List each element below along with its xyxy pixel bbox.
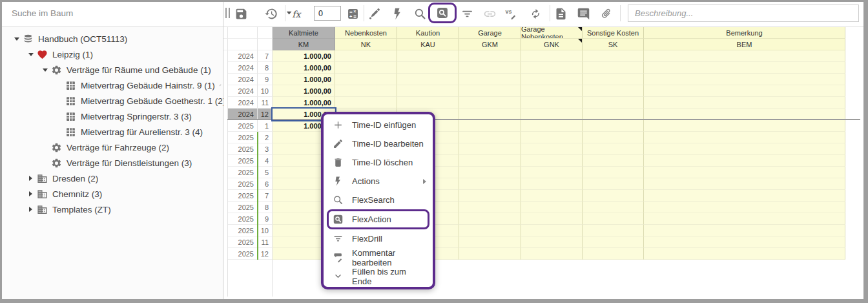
column-header-km[interactable]: Kaltmiete <box>273 27 335 39</box>
grid-cell[interactable] <box>521 155 583 167</box>
column-header-kau[interactable]: KAU <box>397 39 459 50</box>
grid-cell[interactable] <box>644 85 845 97</box>
grid-cell[interactable] <box>644 190 845 202</box>
menu-item-kommentar-bearbeiten[interactable]: Kommentar bearbeiten <box>324 248 433 267</box>
grid-cell[interactable] <box>521 50 583 62</box>
column-header-bem[interactable]: BEM <box>644 39 845 50</box>
grid-cell[interactable] <box>521 178 583 190</box>
column-header-gkm[interactable]: Garage <box>459 27 521 39</box>
grid-cell[interactable] <box>583 178 644 190</box>
grid-cell[interactable] <box>397 50 459 62</box>
grid-cell[interactable] <box>644 143 845 155</box>
grid-cell[interactable] <box>397 74 459 85</box>
row-header-month[interactable]: 11 <box>258 236 273 248</box>
formula-dropdown[interactable]: fx <box>287 6 303 21</box>
grid-cell[interactable] <box>521 213 583 225</box>
grid-cell[interactable] <box>521 74 583 85</box>
grid-cell[interactable] <box>397 62 459 74</box>
row-header-month[interactable]: 4 <box>258 155 273 167</box>
grid-cell[interactable] <box>459 50 521 62</box>
row-header-year[interactable]: 2025 <box>228 143 258 155</box>
grid-cell[interactable] <box>459 178 521 190</box>
column-header-kau[interactable]: Kaution <box>397 27 459 39</box>
menu-item-time-id-l-schen[interactable]: Time-ID löschen <box>324 153 433 172</box>
tree-item-7[interactable]: Mietvertrag für Aurelienstr. 3 (4) <box>0 124 222 140</box>
grid-cell[interactable] <box>335 62 397 74</box>
actions-button[interactable] <box>389 6 405 21</box>
column-header-sk[interactable]: Sonstige Kosten <box>583 27 644 39</box>
row-header-month[interactable]: 10 <box>258 85 273 97</box>
tree-item-4[interactable]: Mietvertrag Gebäude Hainstr. 9 (1) <box>0 78 222 93</box>
grid-cell[interactable] <box>583 97 644 109</box>
grid-cell[interactable] <box>583 190 644 202</box>
tree-item-9[interactable]: Verträge für Dienstleistungen (3) <box>0 155 222 171</box>
row-header-year[interactable]: 2025 <box>228 132 258 143</box>
grid-cell[interactable] <box>521 236 583 248</box>
document-button[interactable] <box>553 6 568 21</box>
grid-cell[interactable] <box>583 225 644 236</box>
menu-item-time-id-einf-gen[interactable]: Time-ID einfügen <box>324 116 433 134</box>
grid-cell[interactable] <box>335 85 397 97</box>
row-header-month[interactable]: 1 <box>258 120 273 132</box>
grid-cell[interactable] <box>459 62 521 74</box>
row-header-year[interactable]: 2025 <box>228 202 258 213</box>
grid-cell[interactable] <box>521 202 583 213</box>
row-header-year[interactable]: 2025 <box>228 178 258 190</box>
menu-item-f-llen-bis-zum-ende[interactable]: Füllen bis zum Ende <box>324 267 433 286</box>
tree-search-input[interactable] <box>10 8 207 19</box>
chevron-collapsed-icon[interactable] <box>26 191 36 196</box>
grid-cell[interactable] <box>521 85 583 97</box>
row-header-month[interactable]: 11 <box>258 97 273 109</box>
grid-cell[interactable] <box>459 85 521 97</box>
history-button[interactable] <box>263 6 278 21</box>
grid-cell[interactable] <box>521 143 583 155</box>
row-header-month[interactable]: 7 <box>258 50 273 62</box>
grid-cell[interactable] <box>644 155 845 167</box>
flexsearch-button[interactable] <box>412 6 428 21</box>
grid-cell[interactable] <box>459 190 521 202</box>
grid-cell[interactable] <box>583 85 644 97</box>
row-header-month[interactable]: 9 <box>258 74 273 85</box>
row-header-month[interactable]: 2 <box>258 132 273 143</box>
row-header-year[interactable]: 2025 <box>228 213 258 225</box>
grid-cell[interactable] <box>644 202 845 213</box>
grid-cell[interactable] <box>459 236 521 248</box>
tree-item-11[interactable]: Chemnitz (3) <box>0 186 222 202</box>
row-header-year[interactable]: 2024 <box>228 85 258 97</box>
column-header-bem[interactable]: Bemerkung <box>644 27 845 39</box>
grid-cell[interactable] <box>521 225 583 236</box>
column-header-gkm[interactable]: GKM <box>459 39 521 50</box>
grid-cell[interactable] <box>335 74 397 85</box>
column-header-gnk[interactable]: GNK <box>521 39 583 50</box>
row-header-month[interactable]: 8 <box>258 202 273 213</box>
column-header-sk[interactable]: SK <box>583 39 644 50</box>
tree-item-10[interactable]: Dresden (2) <box>0 171 222 186</box>
chevron-expanded-icon[interactable] <box>26 53 36 56</box>
grid-cell[interactable] <box>335 97 397 109</box>
grid-cell[interactable] <box>397 85 459 97</box>
grid-cell[interactable] <box>521 190 583 202</box>
grid-cell[interactable] <box>521 132 583 143</box>
column-header-gnk[interactable]: Garage Nebenkosten <box>521 27 583 39</box>
flexaction-button[interactable] <box>428 3 457 23</box>
grid-cell[interactable] <box>459 213 521 225</box>
link-button[interactable] <box>482 6 497 21</box>
grid-cell[interactable] <box>644 236 845 248</box>
row-header-year[interactable]: 2024 <box>228 74 258 85</box>
row-header-month[interactable]: 3 <box>258 143 273 155</box>
grid-cell[interactable] <box>644 213 845 225</box>
row-header-year[interactable]: 2025 <box>228 155 258 167</box>
row-header-year[interactable]: 2025 <box>228 225 258 236</box>
grid-cell[interactable] <box>521 97 583 109</box>
row-header-month[interactable]: 6 <box>258 178 273 190</box>
grid-cell[interactable] <box>583 143 644 155</box>
row-header-month[interactable]: 5 <box>258 167 273 178</box>
grid-cell[interactable]: 1.000,00 <box>273 62 335 74</box>
grid-cell[interactable] <box>459 202 521 213</box>
row-header-year[interactable]: 2025 <box>228 236 258 248</box>
grid-cell[interactable] <box>521 62 583 74</box>
tree-item-8[interactable]: Verträge für Fahrzeuge (2) <box>0 140 222 155</box>
tree-item-2[interactable]: Leipzig (1) <box>0 47 222 62</box>
grid-cell[interactable] <box>459 132 521 143</box>
chevron-expanded-icon[interactable] <box>12 37 21 41</box>
